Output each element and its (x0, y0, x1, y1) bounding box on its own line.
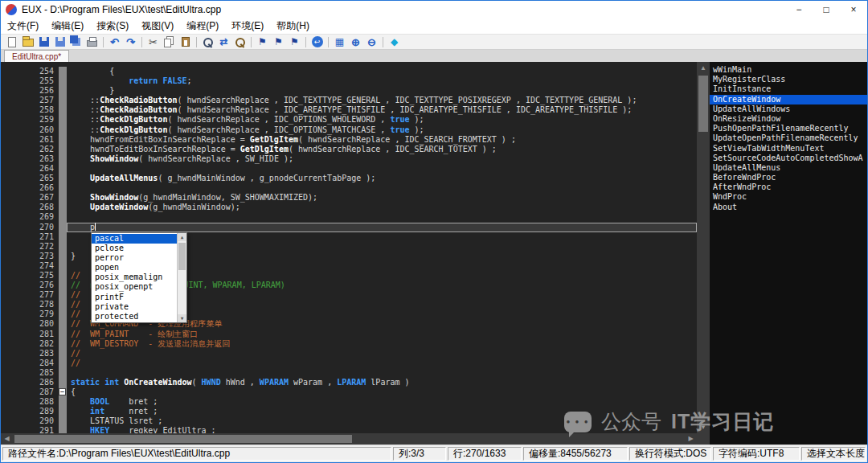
autocomplete-scroll-thumb[interactable] (178, 243, 186, 270)
zoom-out-button[interactable]: ⊖ (364, 35, 379, 49)
redo-button[interactable]: ↷ (123, 35, 138, 49)
function-list-item[interactable]: UpdateAllWindows (710, 104, 867, 114)
split-window-button[interactable]: ▦ (332, 35, 347, 49)
function-list-item[interactable]: InitInstance (710, 84, 867, 94)
autocomplete-item[interactable]: popen (92, 263, 177, 272)
print-button[interactable] (84, 35, 100, 49)
editor-line[interactable]: 261 hwndFromEditBoxInSearchReplace = Get… (1, 135, 697, 145)
function-list-item[interactable]: About (710, 203, 867, 212)
autocomplete-item[interactable]: pascal (92, 234, 177, 244)
save-all-button[interactable] (68, 35, 84, 49)
autocomplete-item[interactable]: posix_memalign (92, 272, 177, 282)
line-number: 286 (1, 378, 59, 387)
function-list-item[interactable]: OnCreateWindow (710, 95, 867, 104)
editor-line[interactable]: 282// WM_DESTROY - 发送退出消息并返回 (1, 339, 697, 349)
maximize-button[interactable]: □ (813, 1, 840, 18)
autocomplete-item[interactable]: pclose (92, 244, 177, 253)
editor-line[interactable]: 255 return FALSE; (1, 76, 697, 86)
function-list-item[interactable]: PushOpenPathFilenameRecently (710, 124, 867, 133)
editor-line[interactable]: 257 ::CheckRadioButton( hwndSearchReplac… (1, 96, 697, 105)
editor-line[interactable]: 263 ShowWindow( hwndSearchReplace , SW_H… (1, 154, 697, 164)
bookmark-prev-button[interactable]: ⚑ (287, 35, 302, 49)
autocomplete-scroll-track[interactable] (178, 241, 186, 314)
editor-horizontal-scrollbar[interactable]: ◀ ▶ (1, 433, 697, 445)
editor-line[interactable]: 260 ::CheckDlgButton( hwndSearchReplace … (1, 125, 697, 135)
autocomplete-scrollbar[interactable]: ▲▼ (177, 233, 186, 322)
undo-button[interactable]: ↶ (107, 35, 122, 49)
editor-line[interactable]: 288 BOOL bret ; (1, 397, 697, 407)
vertical-scroll-thumb[interactable] (698, 76, 708, 132)
autocomplete-item[interactable]: posix_openpt (92, 282, 177, 292)
new-file-button[interactable] (4, 35, 19, 49)
bookmark-toggle-button[interactable]: ⚑ (255, 35, 270, 49)
editor-line[interactable]: 286static int OnCreateWindow( HWND hWnd … (1, 378, 697, 387)
function-list-item[interactable]: SetSourceCodeAutoCompletedShowA (710, 154, 867, 163)
menu-help[interactable]: 帮助(H) (270, 18, 316, 34)
vertical-scroll-track[interactable] (697, 74, 710, 421)
scroll-right-button[interactable]: ▶ (685, 433, 697, 445)
minimize-button[interactable]: − (785, 1, 813, 18)
editor-line[interactable]: 258 ::CheckRadioButton( hwndSearchReplac… (1, 105, 697, 115)
editor-line[interactable]: 270 p (1, 223, 697, 232)
editor-line[interactable]: 287−{ (1, 387, 697, 397)
autocomplete-item[interactable]: perror (92, 253, 177, 263)
find-button[interactable] (200, 35, 215, 49)
save-button[interactable] (36, 35, 51, 49)
horizontal-scroll-track[interactable] (13, 433, 685, 445)
function-list-item[interactable]: BeforeWndProc (710, 173, 867, 182)
autocomplete-item[interactable]: printF (92, 293, 177, 302)
function-list-item[interactable]: wWinMain (710, 65, 867, 75)
fold-marker-icon[interactable]: − (59, 388, 66, 395)
new-file-icon (8, 37, 16, 47)
scroll-left-button[interactable]: ◀ (1, 433, 13, 445)
editor-line[interactable]: 267 ShowWindow(g_hwndMainWindow, SW_SHOW… (1, 193, 697, 203)
editor-line[interactable]: 284// (1, 359, 697, 368)
editor-line[interactable]: 256 } (1, 86, 697, 96)
menu-environment[interactable]: 环境(E) (225, 18, 270, 34)
menu-view[interactable]: 视图(V) (135, 18, 180, 34)
menu-edit[interactable]: 编辑(E) (45, 18, 90, 34)
back-button[interactable]: ↩ (309, 35, 325, 49)
editor-line[interactable]: 262 hwndToEditBoxInSearchReplace = GetDl… (1, 145, 697, 154)
horizontal-scroll-thumb[interactable] (14, 435, 352, 443)
editor-line[interactable]: 259 ::CheckDlgButton( hwndSearchReplace … (1, 115, 697, 125)
menu-file[interactable]: 文件(F) (1, 18, 45, 34)
autocomplete-scroll-down[interactable]: ▼ (178, 314, 186, 322)
function-list-item[interactable]: UpdateAllMenus (710, 163, 867, 173)
cut-button[interactable]: ✂ (145, 35, 161, 49)
autocomplete-scroll-up[interactable]: ▲ (178, 233, 186, 241)
code-editor[interactable]: 254 {255 return FALSE;256 }257 ::CheckRa… (1, 62, 697, 433)
function-list-item[interactable]: OnResizeWindow (710, 114, 867, 124)
environment-settings-button[interactable]: ◆ (387, 35, 402, 49)
function-list-item[interactable]: UpdateOpenPathFilenameRecently (710, 133, 867, 143)
function-list-item[interactable]: WndProc (710, 192, 867, 202)
editor-line[interactable]: 281// WM_PAINT - 绘制主窗口 (1, 330, 697, 339)
tab-editultra-cpp[interactable]: EditUltra.cpp* (4, 50, 69, 62)
replace-button[interactable]: ⇄ (216, 35, 231, 49)
editor-line[interactable]: 285 (1, 368, 697, 378)
menu-program[interactable]: 编程(P) (180, 18, 225, 34)
editor-vertical-scrollbar[interactable]: ▲ ▼ (697, 62, 710, 433)
autocomplete-item[interactable]: protected (92, 312, 177, 322)
function-list-item[interactable]: AfterWndProc (710, 182, 867, 192)
close-button[interactable]: × (840, 1, 867, 18)
function-list-item[interactable]: MyRegisterClass (710, 75, 867, 84)
bookmark-next-button[interactable]: ⚑ (271, 35, 286, 49)
open-folder-button[interactable] (20, 35, 35, 49)
autocomplete-item[interactable]: private (92, 302, 177, 312)
editor-line[interactable]: 254 { (1, 67, 697, 76)
find-in-files-button[interactable] (232, 35, 248, 49)
editor-line[interactable]: 269 (1, 212, 697, 222)
save-as-button[interactable] (52, 35, 68, 49)
editor-line[interactable]: 268 UpdateWindow(g_hwndMainWindow); (1, 203, 697, 212)
menu-search[interactable]: 搜索(S) (90, 18, 135, 34)
paste-button[interactable] (178, 35, 193, 49)
scroll-up-button[interactable]: ▲ (697, 62, 710, 74)
editor-line[interactable]: 266 (1, 183, 697, 193)
zoom-in-button[interactable]: ⊕ (348, 35, 363, 49)
function-list-item[interactable]: SetViewTabWidthMenuText (710, 144, 867, 154)
copy-button[interactable] (162, 35, 177, 49)
editor-line[interactable]: 283// (1, 349, 697, 359)
editor-line[interactable]: 264 (1, 164, 697, 174)
editor-line[interactable]: 265 UpdateAllMenus( g_hwndMainWindow , g… (1, 174, 697, 183)
